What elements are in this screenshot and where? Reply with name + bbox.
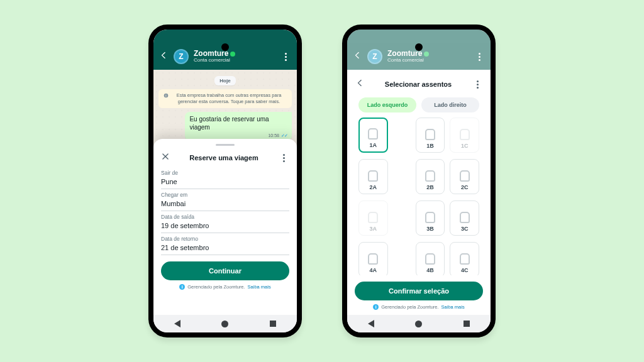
- info-badge-icon: i: [373, 304, 379, 310]
- nav-home-icon[interactable]: [221, 321, 228, 327]
- status-bar: [153, 30, 297, 43]
- field-to[interactable]: Chegar em Mumbai: [161, 192, 289, 211]
- nav-recents-icon[interactable]: [464, 321, 470, 327]
- read-ticks-icon: ✓✓: [281, 133, 287, 138]
- outgoing-message-time: 10:58: [268, 133, 279, 138]
- verified-badge-icon: [424, 52, 429, 57]
- info-icon: i: [164, 93, 169, 100]
- sheet-title: Selecionar assentos: [365, 80, 472, 88]
- system-notice[interactable]: i Esta empresa trabalha com outras empre…: [158, 89, 292, 108]
- seat-icon: [425, 170, 435, 182]
- seat-label: 2B: [426, 184, 434, 190]
- camera-notch: [415, 43, 423, 51]
- continue-button[interactable]: Continuar: [161, 261, 289, 280]
- back-icon[interactable]: [158, 50, 169, 63]
- sheet-handle[interactable]: [216, 144, 235, 146]
- status-bar: [347, 30, 491, 43]
- seat-3A: 3A: [358, 200, 388, 236]
- seat-icon: [460, 170, 470, 182]
- tab-left-side[interactable]: Lado esquerdo: [358, 97, 416, 112]
- seat-label: 3A: [370, 226, 377, 232]
- back-icon[interactable]: [352, 50, 362, 63]
- seat-4C[interactable]: 4C: [450, 242, 479, 275]
- field-from-label: Sair de: [161, 170, 289, 176]
- seat-2A[interactable]: 2A: [358, 159, 388, 194]
- seat-1A[interactable]: 1A: [358, 118, 388, 153]
- field-depart-label: Data de saída: [161, 214, 289, 220]
- seat-row: 3A3B3C: [358, 200, 479, 236]
- outgoing-message-text: Eu gostaria de reservar uma viagem: [189, 116, 269, 131]
- phone-seat-select: Z Zoomture Conta comercial Selecionar as…: [342, 25, 496, 337]
- seat-label: 3B: [426, 226, 434, 232]
- android-nav: [153, 315, 297, 332]
- seat-icon: [425, 253, 435, 265]
- seat-label: 3C: [461, 226, 469, 232]
- svg-text:i: i: [165, 94, 166, 97]
- learn-more-link[interactable]: Saiba mais: [441, 304, 465, 310]
- field-depart-value: 19 de setembro: [161, 222, 289, 233]
- chat-title[interactable]: Zoomture Conta comercial: [194, 50, 274, 63]
- close-icon[interactable]: [161, 152, 170, 163]
- sheet-overflow-icon[interactable]: [278, 153, 289, 163]
- seat-label: 2A: [370, 184, 377, 190]
- booking-sheet: Reserve uma viagem Sair de Pune Chegar e…: [153, 139, 297, 315]
- managed-by-text: Gerenciado pela Zoomture.: [381, 304, 438, 310]
- field-from-value: Pune: [161, 178, 289, 189]
- tab-right-side[interactable]: Lado direito: [421, 97, 479, 112]
- seat-2C[interactable]: 2C: [450, 159, 479, 194]
- seat-3B[interactable]: 3B: [416, 200, 445, 236]
- aisle: [393, 118, 411, 153]
- seat-icon: [368, 253, 378, 265]
- learn-more-link[interactable]: Saiba mais: [248, 284, 271, 290]
- sheet-overflow-icon[interactable]: [472, 79, 483, 90]
- seat-icon: [425, 129, 435, 140]
- field-return-label: Data de retorno: [161, 236, 289, 242]
- outgoing-message[interactable]: Eu gostaria de reservar uma viagem 10:58…: [185, 112, 292, 141]
- overflow-menu-icon[interactable]: [279, 52, 292, 62]
- seat-label: 4A: [370, 267, 377, 273]
- seat-4A[interactable]: 4A: [358, 242, 388, 275]
- seat-3C[interactable]: 3C: [450, 200, 479, 236]
- confirm-button[interactable]: Confirmar seleção: [355, 282, 483, 300]
- seat-2B[interactable]: 2B: [416, 159, 445, 194]
- seat-label: 1A: [370, 142, 377, 148]
- seat-icon: [368, 170, 378, 182]
- seat-icon: [460, 129, 470, 140]
- avatar[interactable]: Z: [174, 49, 189, 64]
- managed-by: i Gerenciado pela Zoomture. Saiba mais: [355, 304, 483, 310]
- seat-1B[interactable]: 1B: [416, 118, 445, 153]
- nav-back-icon[interactable]: [368, 320, 374, 327]
- seat-label: 1C: [461, 143, 469, 149]
- phone-booking: Z Zoomture Conta comercial Hoje i Esta e…: [148, 25, 302, 337]
- nav-recents-icon[interactable]: [270, 321, 276, 327]
- seat-row: 4A4B4C: [358, 242, 479, 275]
- seat-icon: [460, 253, 470, 265]
- seat-row: 1A1B1C: [358, 118, 479, 153]
- field-to-value: Mumbai: [161, 200, 289, 211]
- camera-notch: [221, 43, 229, 51]
- nav-back-icon[interactable]: [174, 320, 180, 327]
- system-notice-text: Esta empresa trabalha com outras empresa…: [171, 92, 287, 105]
- seat-icon: [425, 212, 435, 223]
- chat-title[interactable]: Zoomture Conta comercial: [387, 50, 468, 63]
- field-depart[interactable]: Data de saída 19 de setembro: [161, 214, 289, 233]
- business-subtitle: Conta comercial: [387, 58, 468, 63]
- seat-label: 4B: [426, 267, 434, 273]
- seat-label: 4C: [461, 267, 469, 273]
- seat-icon: [460, 212, 470, 223]
- nav-home-icon[interactable]: [415, 321, 422, 327]
- managed-by: i Gerenciado pela Zoomture. Saiba mais: [161, 284, 289, 290]
- seat-1C: 1C: [450, 118, 479, 153]
- avatar[interactable]: Z: [367, 49, 382, 64]
- android-nav: [347, 315, 491, 332]
- seat-grid: 1A1B1C2A2B2C3A3B3C4A4B4C: [355, 118, 483, 275]
- sheet-back-icon[interactable]: [355, 78, 365, 90]
- overflow-menu-icon[interactable]: [473, 52, 486, 62]
- seat-row: 2A2B2C: [358, 159, 479, 194]
- seat-icon: [368, 128, 378, 140]
- field-from[interactable]: Sair de Pune: [161, 170, 289, 189]
- info-badge-icon: i: [179, 284, 185, 290]
- field-return[interactable]: Data de retorno 21 de setembro: [161, 236, 289, 255]
- field-to-label: Chegar em: [161, 192, 289, 198]
- seat-4B[interactable]: 4B: [416, 242, 445, 275]
